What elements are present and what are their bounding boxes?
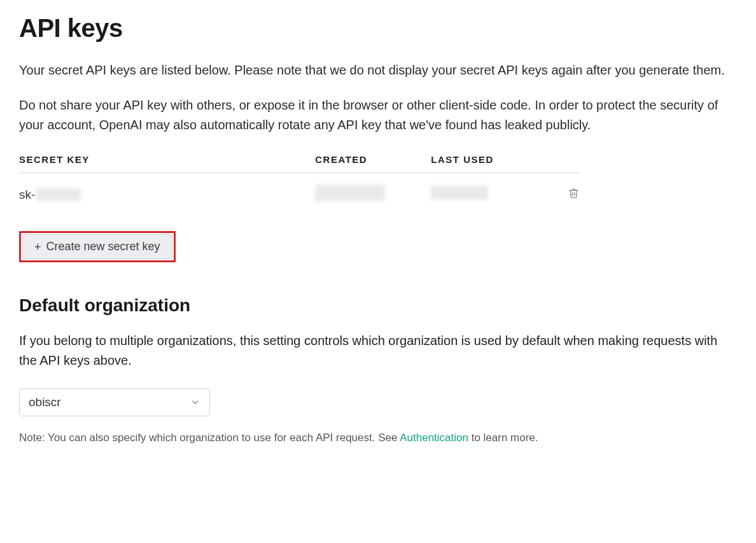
chevron-down-icon [190,397,200,407]
default-organization-heading: Default organization [19,295,737,316]
note-prefix: Note: You can also specify which organiz… [19,432,400,444]
table-row: sk- [19,173,579,216]
default-organization-description: If you belong to multiple organizations,… [19,331,732,370]
last-used-redacted [431,186,488,200]
table-header-secret: SECRET KEY [19,154,315,173]
authentication-link[interactable]: Authentication [400,432,468,444]
api-keys-table: SECRET KEY CREATED LAST USED sk- [19,154,579,216]
intro-paragraph-1: Your secret API keys are listed below. P… [19,60,732,80]
organization-select[interactable]: obiscr [19,388,210,416]
table-header-last-used: LAST USED [431,154,547,173]
create-new-secret-key-button[interactable]: + Create new secret key [22,234,172,259]
key-prefix: sk- [19,188,35,201]
note-suffix: to learn more. [468,432,538,444]
organization-selected-value: obiscr [29,395,61,409]
page-title: API keys [19,14,737,43]
create-key-highlight: + Create new secret key [19,231,176,262]
key-redacted [36,188,81,201]
create-button-label: Create new secret key [46,240,160,253]
intro-paragraph-2: Do not share your API key with others, o… [19,95,732,135]
plus-icon: + [34,241,41,253]
table-header-created: CREATED [315,154,431,173]
note-line: Note: You can also specify which organiz… [19,432,737,444]
trash-icon[interactable] [568,188,579,199]
created-redacted [315,185,385,201]
